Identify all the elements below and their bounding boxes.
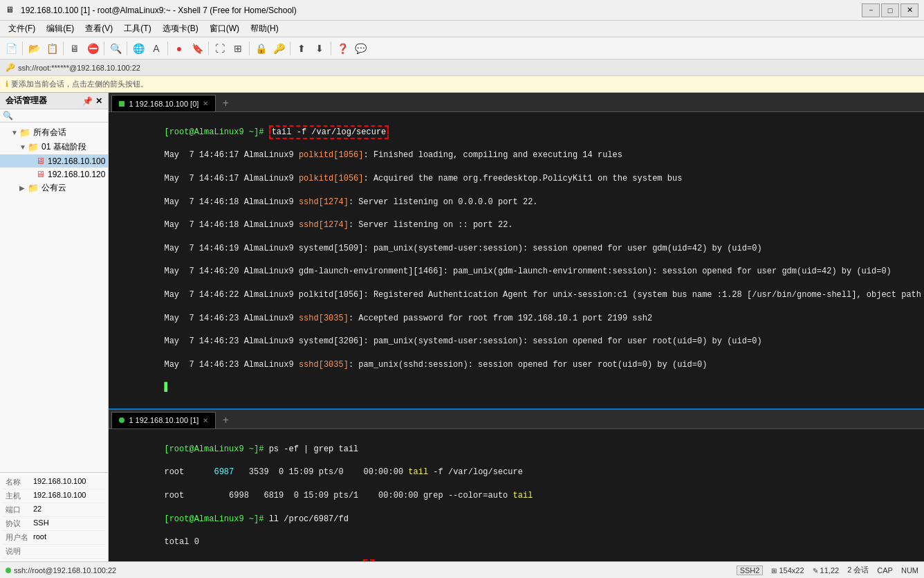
info-row-user: 用户名 root — [3, 531, 105, 545]
folder-icon-basic: 📁 — [28, 142, 39, 152]
sidebar-header: 会话管理器 📌 ✕ — [0, 93, 108, 109]
split-container: 1 192.168.10.100 [0] ✕ + ◀ ▶ [root@AlmaL… — [109, 93, 924, 561]
tab1-label: 1 192.168.10.100 [0] — [129, 100, 198, 108]
disconnect-button[interactable]: ⛔ — [84, 40, 101, 57]
info-value-user: root — [33, 532, 46, 543]
fullscreen-button[interactable]: ⛶ — [212, 40, 228, 57]
tab-pane2[interactable]: 1 192.168.10.100 [1] ✕ — [111, 412, 216, 428]
session-tree: ▼ 📁 所有会话 ▼ 📁 01 基础阶段 🖥 192.168.10.100 🖥 … — [0, 123, 108, 472]
tree-label-basic: 01 基础阶段 — [41, 141, 86, 153]
menu-tools[interactable]: 工具(T) — [118, 21, 156, 36]
line-6: May 7 14:46:20 AlmaLinux9 gdm-launch-env… — [164, 267, 891, 276]
search-button[interactable]: 🔍 — [107, 40, 124, 57]
tree-label-all: 所有会话 — [33, 127, 66, 138]
prompt-2a: [root@AlmaLinux9 ~]# — [164, 444, 268, 454]
tree-item-basic[interactable]: ▼ 📁 01 基础阶段 — [0, 140, 108, 154]
command-1: tail -f /var/log/secure — [269, 125, 389, 139]
session-address: ssh://root:******@192.168.10.100:22 — [18, 64, 140, 72]
menu-edit[interactable]: 编辑(E) — [41, 21, 80, 36]
toolbar-sep-5 — [167, 42, 168, 55]
tree-item-server1[interactable]: 🖥 192.168.10.100 — [0, 154, 108, 168]
line-8: May 7 14:46:23 AlmaLinux9 sshd[3035]: Ac… — [164, 314, 652, 323]
info-value-host: 192.168.10.100 — [33, 491, 86, 501]
menu-file[interactable]: 文件(F) — [3, 21, 41, 36]
toolbar-sep-2 — [63, 42, 64, 55]
info-value-protocol: SSH — [33, 518, 49, 529]
menu-bar: 文件(F) 编辑(E) 查看(V) 工具(T) 选项卡(B) 窗口(W) 帮助(… — [0, 21, 924, 37]
fd-line-0: lrwx------. 1 root root 64 May 7 15:09 0… — [164, 559, 443, 561]
top-tab-bar: 1 192.168.10.100 [0] ✕ + ◀ ▶ — [109, 93, 924, 112]
line-10: May 7 14:46:23 AlmaLinux9 sshd[3035]: pa… — [164, 360, 707, 370]
toolbar-sep-6 — [208, 42, 209, 55]
menu-window[interactable]: 窗口(W) — [204, 21, 245, 36]
app-icon: 🖥 — [6, 5, 17, 16]
sidebar-close-icon[interactable]: ✕ — [95, 96, 102, 106]
status-num: NUM — [901, 566, 918, 575]
bookmark-button[interactable]: 🔖 — [189, 40, 205, 57]
chat-button[interactable]: 💬 — [352, 40, 369, 57]
red-button[interactable]: ● — [171, 40, 187, 57]
maximize-button[interactable]: □ — [881, 3, 899, 17]
tree-item-all-sessions[interactable]: ▼ 📁 所有会话 — [0, 125, 108, 140]
bottom-tab-bar: 1 192.168.10.100 [1] ✕ + ◀ ▶ — [109, 410, 924, 429]
color-button[interactable]: 🌐 — [130, 40, 147, 57]
toggle-all: ▼ — [11, 129, 19, 136]
server-icon-1: 🖥 — [36, 156, 45, 166]
open-button[interactable]: 📂 — [26, 40, 42, 57]
tab-add-button-bottom[interactable]: + — [217, 412, 234, 428]
info-row-host: 主机 192.168.10.100 — [3, 489, 105, 503]
ps-line-2: root 6998 6819 0 15:09 pts/1 00:00:00 gr… — [164, 491, 533, 500]
status-size: ⊞ 154x22 — [771, 566, 804, 575]
sidebar: 会话管理器 📌 ✕ 🔍 ▼ 📁 所有会话 ▼ 📁 01 基础阶段 — [0, 93, 109, 561]
menu-view[interactable]: 查看(V) — [80, 21, 118, 36]
tab-add-button-top[interactable]: + — [217, 95, 234, 111]
tab-pane1[interactable]: 1 192.168.10.100 [0] ✕ — [111, 95, 216, 111]
info-label-user: 用户名 — [6, 532, 33, 543]
cursor-top: ▋ — [164, 383, 169, 392]
connect-button[interactable]: 🖥 — [66, 40, 83, 57]
info-row-name: 名称 192.168.10.100 — [3, 476, 105, 489]
toggle-basic: ▼ — [19, 143, 28, 151]
menu-help[interactable]: 帮助(H) — [245, 21, 284, 36]
copy-button[interactable]: 📋 — [44, 40, 60, 57]
status-address: ssh://root@192.168.10.100:22 — [14, 566, 116, 575]
tab2-status-dot — [119, 417, 124, 423]
tree-item-server2[interactable]: 🖥 192.168.10.120 — [0, 168, 108, 181]
lock-button[interactable]: 🔒 — [252, 40, 269, 57]
terminal-output-bottom[interactable]: [root@AlmaLinux9 ~]# ps -ef | grep tail … — [109, 429, 924, 561]
command-2a: ps -ef | grep tail — [269, 444, 359, 454]
info-row-port: 端口 22 — [3, 503, 105, 517]
total-line: total 0 — [164, 537, 198, 547]
new-session-button[interactable]: 📄 — [3, 40, 19, 57]
info-value-name: 192.168.10.100 — [33, 477, 86, 487]
tree-item-cloud[interactable]: ▶ 📁 公有云 — [0, 181, 108, 195]
info-value-port: 22 — [33, 505, 41, 515]
help-button[interactable]: ❓ — [334, 40, 351, 57]
font-button[interactable]: A — [148, 40, 165, 57]
minimize-button[interactable]: － — [862, 3, 880, 17]
layout-button[interactable]: ⊞ — [230, 40, 246, 57]
info-label-name: 名称 — [6, 477, 33, 487]
search-icon: 🔍 — [3, 111, 13, 120]
scroll-down-button[interactable]: ⬇ — [311, 40, 328, 57]
main-content: 会话管理器 📌 ✕ 🔍 ▼ 📁 所有会话 ▼ 📁 01 基础阶段 — [0, 93, 924, 561]
window-title: 192.168.10.100 [1] - root@AlmaLinux9:~ -… — [21, 6, 862, 15]
tab2-close[interactable]: ✕ — [203, 417, 208, 424]
terminal-output-top[interactable]: [root@AlmaLinux9 ~]# tail -f /var/log/se… — [109, 112, 924, 408]
title-bar: 🖥 192.168.10.100 [1] - root@AlmaLinux9:~… — [0, 0, 924, 21]
info-label-port: 端口 — [6, 505, 33, 515]
status-cap: CAP — [877, 566, 893, 575]
toggle-cloud: ▶ — [19, 184, 28, 192]
ps-line-1: root 6987 3539 0 15:09 pts/0 00:00:00 ta… — [164, 467, 523, 477]
sidebar-pin-icon[interactable]: 📌 — [82, 96, 93, 106]
info-label-desc: 说明 — [6, 546, 33, 557]
info-bar: ℹ 要添加当前会话，点击左侧的箭头按钮。 — [0, 76, 924, 93]
tab1-close[interactable]: ✕ — [203, 100, 208, 107]
scroll-up-button[interactable]: ⬆ — [293, 40, 310, 57]
prompt-2b: [root@AlmaLinux9 ~]# — [164, 514, 268, 524]
key-button[interactable]: 🔑 — [270, 40, 287, 57]
close-button[interactable]: ✕ — [900, 3, 918, 17]
sidebar-title: 会话管理器 — [6, 95, 47, 107]
menu-tabs[interactable]: 选项卡(B) — [157, 21, 204, 36]
line-3: May 7 14:46:18 AlmaLinux9 sshd[1274]: Se… — [164, 197, 537, 207]
